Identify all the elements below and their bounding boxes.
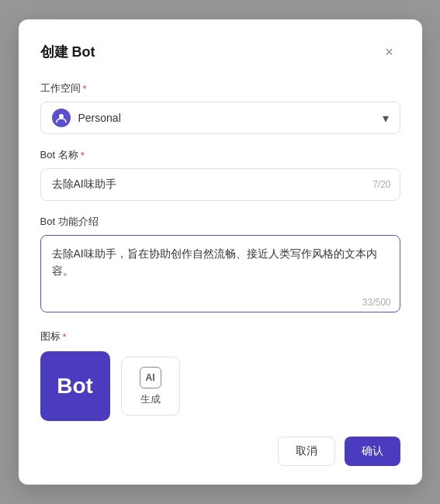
ai-icon: AI	[140, 367, 161, 388]
workspace-field-group: 工作空间 * Personal ▾	[40, 81, 400, 134]
icon-preview[interactable]: Bot	[40, 351, 110, 421]
bot-name-char-count: 7/20	[372, 179, 390, 190]
icon-field-group: 图标 * Bot AI 生成	[40, 330, 400, 421]
icon-required-star: *	[63, 331, 67, 343]
dialog-footer: 取消 确认	[40, 437, 400, 466]
icon-generate-button[interactable]: AI 生成	[121, 357, 180, 416]
chevron-down-icon: ▾	[383, 111, 389, 126]
bot-desc-char-count: 33/500	[362, 297, 391, 308]
dialog-title: 创建 Bot	[40, 43, 95, 61]
cancel-button[interactable]: 取消	[278, 437, 335, 466]
bot-desc-label: Bot 功能介绍	[40, 215, 400, 229]
workspace-icon	[52, 109, 71, 127]
bot-name-required-star: *	[81, 150, 85, 161]
bot-desc-field-group: Bot 功能介绍 去除AI味助手，旨在协助创作自然流畅、接近人类写作风格的文本内…	[40, 215, 400, 316]
dialog-header: 创建 Bot ×	[40, 41, 400, 63]
bot-name-field-group: Bot 名称 * 7/20	[40, 148, 400, 201]
confirm-button[interactable]: 确认	[345, 437, 400, 466]
icon-label: 图标 *	[40, 330, 400, 343]
workspace-value: Personal	[78, 112, 121, 124]
workspace-label: 工作空间 *	[40, 81, 400, 95]
create-bot-dialog: 创建 Bot × 工作空间 * Personal ▾	[19, 19, 422, 485]
generate-label: 生成	[140, 392, 161, 406]
bot-desc-textarea[interactable]: 去除AI味助手，旨在协助创作自然流畅、接近人类写作风格的文本内容。	[40, 235, 400, 312]
close-button[interactable]: ×	[379, 41, 400, 63]
workspace-select[interactable]: Personal ▾	[40, 102, 400, 134]
workspace-required-star: *	[83, 83, 87, 95]
bot-name-input[interactable]	[40, 168, 400, 201]
svg-point-0	[59, 114, 64, 119]
bot-name-label: Bot 名称 *	[40, 148, 400, 162]
